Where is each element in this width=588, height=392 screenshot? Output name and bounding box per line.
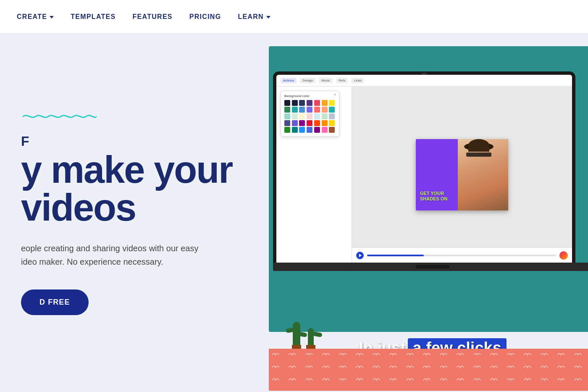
coral-strip [269, 349, 588, 391]
nav-create[interactable]: CREATE [17, 13, 54, 21]
swatch-25[interactable] [307, 120, 312, 126]
learn-chevron-icon [266, 16, 270, 18]
cactus-arm-right-2 [312, 331, 322, 337]
nav-pricing[interactable]: PRICING [189, 13, 221, 21]
swatch-31[interactable] [299, 127, 305, 133]
cactus-2 [306, 328, 315, 351]
hero-right: Actions Design Music Refs Links Backgrou… [269, 46, 588, 391]
nav-features[interactable]: FEATURES [133, 13, 173, 21]
play-button[interactable] [356, 252, 364, 259]
swatch-5[interactable] [314, 100, 320, 106]
swatch-22[interactable] [284, 120, 290, 126]
nav-templates[interactable]: TEMPLATES [71, 13, 116, 21]
laptop-screen-outer: Actions Design Music Refs Links Backgrou… [273, 71, 575, 263]
swatch-23[interactable] [292, 120, 298, 126]
nav-items: CREATE TEMPLATES FEATURES PRICING LEARN [17, 13, 270, 21]
swatch-18[interactable] [307, 113, 312, 119]
play-icon [359, 254, 362, 257]
swatch-21[interactable] [329, 113, 335, 119]
swatch-13[interactable] [322, 107, 328, 113]
laptop-base [273, 263, 588, 271]
swatch-15[interactable] [284, 113, 290, 119]
cactus-arm-left-1 [286, 327, 295, 333]
swatch-4[interactable] [307, 100, 312, 106]
app-tab-links[interactable]: Links [351, 78, 364, 83]
wave-decoration [21, 110, 235, 124]
swatch-33[interactable] [314, 127, 320, 133]
swatch-29[interactable] [284, 127, 290, 133]
hero-partial-prefix: F [21, 134, 235, 149]
timeline-bar[interactable] [367, 255, 556, 256]
color-palette-popup: Background color ✕ [281, 91, 339, 137]
swatch-2[interactable] [292, 100, 298, 106]
swatch-11[interactable] [307, 107, 312, 113]
slide-text-overlay: GET YOUR SHADES ON [420, 191, 508, 202]
wave-svg [21, 110, 97, 122]
nav-learn-label: LEARN [238, 13, 264, 21]
app-tab-actions[interactable]: Actions [281, 78, 297, 83]
cactus-body-2 [308, 328, 314, 345]
svg-rect-0 [269, 349, 588, 391]
swatch-27[interactable] [322, 120, 328, 126]
palette-close-icon[interactable]: ✕ [333, 93, 336, 97]
slide-preview: GET YOUR SHADES ON [416, 139, 508, 210]
swatch-24[interactable] [299, 120, 305, 126]
hero-left: F y make your videos eople creating and … [0, 34, 260, 392]
swatch-30[interactable] [292, 127, 298, 133]
nav-features-label: FEATURES [133, 13, 173, 21]
user-avatar [559, 251, 568, 260]
laptop-screen-inner: Actions Design Music Refs Links Backgrou… [276, 75, 572, 263]
laptop-mockup: Actions Design Music Refs Links Backgrou… [273, 71, 584, 282]
swatch-12[interactable] [314, 107, 320, 113]
nav-pricing-label: PRICING [189, 13, 221, 21]
app-topbar: Actions Design Music Refs Links [276, 75, 572, 87]
nav-learn[interactable]: LEARN [238, 13, 270, 21]
nav-templates-label: TEMPLATES [71, 13, 116, 21]
timeline-progress [367, 255, 424, 256]
swatch-9[interactable] [292, 107, 298, 113]
nav-create-label: CREATE [17, 13, 47, 21]
app-main-canvas: GET YOUR SHADES ON [352, 87, 572, 263]
app-bottom-bar [352, 247, 572, 263]
app-canvas-area: Background color ✕ [276, 87, 572, 263]
swatch-28[interactable] [329, 120, 335, 126]
swatch-14[interactable] [329, 107, 335, 113]
cta-button[interactable]: D FREE [21, 289, 89, 315]
slide-tagline: GET YOUR SHADES ON [420, 191, 508, 202]
coral-pattern-svg [269, 349, 588, 391]
palette-grid [284, 100, 336, 133]
swatch-8[interactable] [284, 107, 290, 113]
navbar: CREATE TEMPLATES FEATURES PRICING LEARN [0, 0, 588, 34]
cactus-body-1 [293, 322, 300, 345]
app-tab-design[interactable]: Design [300, 78, 315, 83]
app-tab-music[interactable]: Music [319, 78, 333, 83]
swatch-35[interactable] [329, 127, 335, 133]
cactus-1 [292, 322, 301, 351]
swatch-1[interactable] [284, 100, 290, 106]
palette-title: Background color [284, 95, 336, 97]
app-sidebar-left: Background color ✕ [276, 87, 352, 263]
swatch-34[interactable] [322, 127, 328, 133]
swatch-16[interactable] [292, 113, 298, 119]
swatch-19[interactable] [314, 113, 320, 119]
hero-headline: y make your videos [21, 151, 235, 226]
swatch-17[interactable] [299, 113, 305, 119]
coral-pattern [269, 349, 588, 391]
create-chevron-icon [50, 16, 54, 18]
swatch-10[interactable] [299, 107, 305, 113]
cactus-area [292, 322, 315, 351]
swatch-7[interactable] [329, 100, 335, 106]
swatch-32[interactable] [307, 127, 312, 133]
hero-section: F y make your videos eople creating and … [0, 34, 588, 392]
swatch-20[interactable] [322, 113, 328, 119]
swatch-26[interactable] [314, 120, 320, 126]
app-tab-refs[interactable]: Refs [336, 78, 348, 83]
swatch-6[interactable] [322, 100, 328, 106]
swatch-3[interactable] [299, 100, 305, 106]
hero-subtext: eople creating and sharing videos with o… [21, 242, 235, 268]
